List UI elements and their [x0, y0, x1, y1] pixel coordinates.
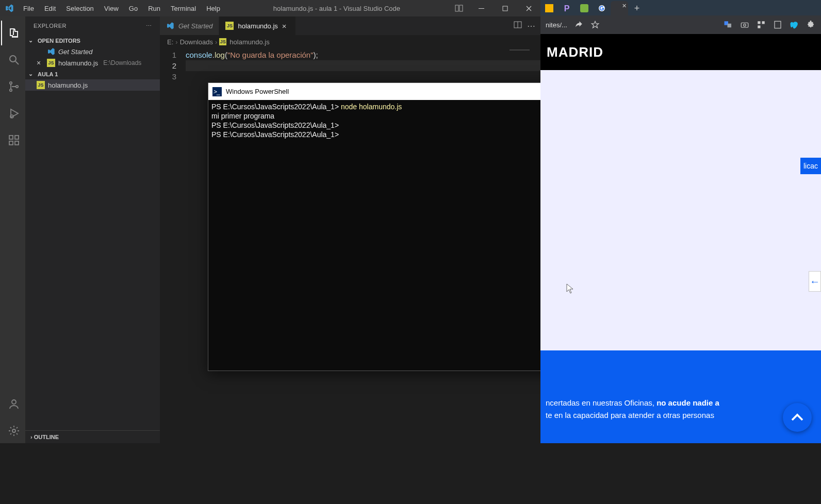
open-editor-item[interactable]: × JS holamundo.js E:\Downloads	[25, 57, 160, 69]
js-file-icon: JS	[37, 81, 45, 89]
svg-line-5	[15, 61, 19, 64]
js-file-icon: JS	[219, 38, 226, 45]
browser-tab[interactable]	[540, 1, 558, 15]
editor-label: Get Started	[58, 48, 92, 56]
extensions-puzzle-icon[interactable]	[806, 20, 816, 30]
window-controls	[469, 0, 540, 16]
outline-header[interactable]: › OUTLINE	[25, 430, 160, 443]
menu-edit[interactable]: Edit	[40, 3, 60, 14]
split-editor-icon[interactable]	[514, 21, 522, 31]
folder-header[interactable]: ⌄ AULA 1	[25, 69, 160, 79]
run-debug-icon[interactable]	[1, 101, 26, 126]
browser-tab[interactable]: P	[558, 1, 576, 15]
menu-terminal[interactable]: Terminal	[166, 3, 201, 14]
browser-tab[interactable]	[593, 1, 611, 15]
code-line[interactable]	[186, 71, 540, 82]
menu-go[interactable]: Go	[124, 3, 142, 14]
svg-rect-25	[758, 21, 760, 24]
account-icon[interactable]	[1, 392, 26, 416]
chevron-right-icon: ›	[215, 38, 217, 46]
svg-point-4	[10, 56, 16, 62]
svg-rect-28	[775, 21, 781, 28]
menu-run[interactable]: Run	[143, 3, 165, 14]
maximize-button[interactable]	[493, 0, 517, 16]
close-icon[interactable]: ×	[282, 22, 289, 30]
editor-more-icon[interactable]: ⋯	[527, 21, 535, 31]
menu-selection[interactable]: Selection	[61, 3, 98, 14]
share-icon[interactable]	[573, 20, 584, 30]
translate-icon[interactable]	[723, 20, 733, 30]
file-label: holamundo.js	[48, 81, 88, 89]
code-line[interactable]: console.log("No guarda la operación");	[186, 49, 540, 60]
js-file-icon: JS	[47, 59, 55, 67]
close-button[interactable]	[517, 0, 540, 16]
minimap[interactable]	[510, 49, 538, 60]
notice-banner: ncertadas en nuestras Oficinas, no acude…	[540, 350, 821, 443]
browser-window: P ✕ + nites/... MADRID licac ← la ncerta…	[540, 0, 821, 443]
browser-tab[interactable]	[576, 1, 593, 15]
file-tree-item[interactable]: JS holamundo.js	[25, 79, 160, 91]
svg-rect-1	[459, 5, 463, 11]
window-title: holamundo.js - aula 1 - Visual Studio Co…	[225, 5, 449, 12]
camera-icon[interactable]	[740, 20, 750, 30]
scroll-to-top-button[interactable]	[783, 403, 812, 432]
minimize-button[interactable]	[469, 0, 493, 16]
svg-rect-0	[455, 5, 458, 11]
tab-label: holamundo.js	[238, 22, 277, 30]
vimeo-icon[interactable]	[789, 20, 799, 30]
explorer-sidebar: EXPLORER ⋯ ⌄ OPEN EDITORS × Get Started …	[25, 16, 160, 443]
breadcrumb[interactable]: E: › Downloads › JS holamundo.js	[160, 35, 540, 48]
open-editors-header[interactable]: ⌄ OPEN EDITORS	[25, 35, 160, 46]
menu-bar: File Edit Selection View Go Run Terminal…	[19, 3, 225, 14]
open-editor-item[interactable]: × Get Started	[25, 46, 160, 57]
activity-bar	[0, 16, 25, 443]
tab-get-started[interactable]: Get Started	[160, 16, 219, 35]
explorer-icon[interactable]	[1, 21, 26, 45]
browser-tabstrip: P ✕ +	[540, 0, 821, 15]
powershell-title: Windows PowerShell	[226, 88, 289, 95]
site-logo[interactable]: MADRID	[540, 34, 821, 70]
explorer-more-icon[interactable]: ⋯	[146, 23, 152, 29]
new-tab-button[interactable]: +	[628, 1, 646, 15]
js-file-icon: JS	[225, 22, 234, 30]
star-icon[interactable]	[590, 20, 600, 30]
extensions-icon[interactable]	[1, 128, 26, 153]
page-icon[interactable]	[773, 20, 783, 30]
favicon-icon: P	[563, 4, 571, 12]
svg-rect-11	[9, 141, 13, 145]
google-favicon-icon	[598, 4, 606, 12]
qr-icon[interactable]	[756, 20, 766, 30]
chevron-down-icon: ⌄	[28, 37, 36, 44]
search-icon[interactable]	[1, 47, 26, 72]
browser-toolbar: nites/...	[540, 15, 821, 34]
vscode-titlebar: File Edit Selection View Go Run Terminal…	[0, 0, 540, 16]
svg-point-14	[12, 400, 16, 404]
vscode-logo-icon	[0, 4, 19, 13]
svg-rect-3	[503, 6, 507, 11]
menu-file[interactable]: File	[19, 3, 39, 14]
svg-rect-2	[479, 8, 484, 9]
close-icon[interactable]: ×	[37, 59, 44, 67]
browser-tab-active[interactable]: ✕	[611, 1, 628, 15]
browser-viewport[interactable]: MADRID licac ← la ncertadas en nuestras …	[540, 34, 821, 443]
close-icon[interactable]: ✕	[622, 3, 627, 9]
svg-rect-26	[762, 21, 765, 24]
svg-rect-27	[758, 26, 760, 28]
source-control-icon[interactable]	[1, 74, 26, 99]
side-arrow-button[interactable]: ←	[809, 271, 821, 292]
favicon-icon	[545, 4, 553, 12]
code-line[interactable]	[186, 60, 540, 71]
layout-toggle-icon[interactable]	[449, 4, 469, 12]
address-fragment[interactable]: nites/...	[546, 21, 567, 29]
settings-gear-icon[interactable]	[1, 418, 26, 443]
tab-holamundo[interactable]: JS holamundo.js ×	[219, 16, 295, 35]
menu-help[interactable]: Help	[202, 3, 225, 14]
tab-label: Get Started	[178, 22, 212, 30]
svg-rect-10	[9, 136, 13, 139]
editor-tabs: Get Started JS holamundo.js × ⋯	[160, 16, 540, 35]
svg-rect-22	[728, 24, 732, 28]
menu-view[interactable]: View	[100, 3, 123, 14]
svg-rect-12	[15, 141, 19, 145]
svg-point-15	[12, 429, 15, 432]
side-tag[interactable]: licac	[800, 158, 821, 174]
